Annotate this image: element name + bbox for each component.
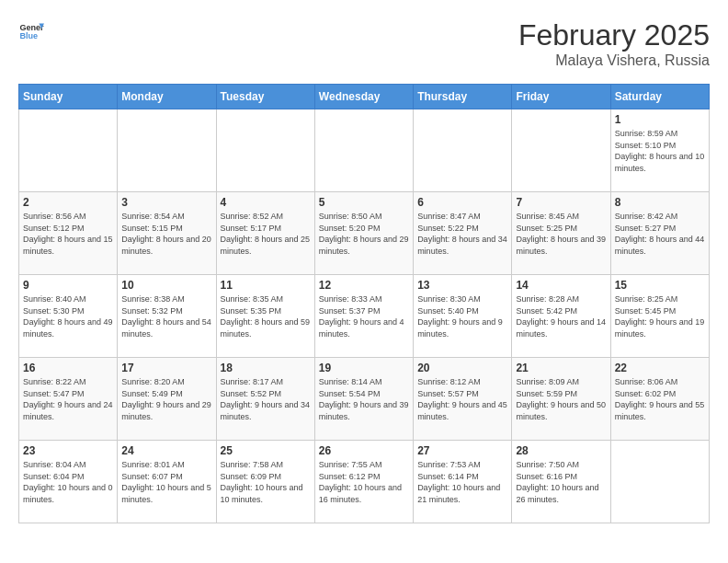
day-info: Sunrise: 8:35 AM Sunset: 5:35 PM Dayligh… [221,293,311,339]
day-info: Sunrise: 7:53 AM Sunset: 6:14 PM Dayligh… [417,459,507,505]
calendar-day [314,109,413,192]
day-info: Sunrise: 8:17 AM Sunset: 5:52 PM Dayligh… [221,376,311,422]
title-block: February 2025 Malaya Vishera, Russia [518,18,710,69]
day-info: Sunrise: 8:06 AM Sunset: 6:02 PM Dayligh… [615,376,705,422]
calendar-day: 23Sunrise: 8:04 AM Sunset: 6:04 PM Dayli… [19,441,118,523]
header-day-sunday: Sunday [19,85,118,109]
calendar-day: 17Sunrise: 8:20 AM Sunset: 5:49 PM Dayli… [118,358,216,441]
day-info: Sunrise: 8:20 AM Sunset: 5:49 PM Dayligh… [121,376,211,422]
calendar-day: 4Sunrise: 8:52 AM Sunset: 5:17 PM Daylig… [216,192,314,275]
day-number: 26 [319,444,409,457]
calendar-day: 1Sunrise: 8:59 AM Sunset: 5:10 PM Daylig… [610,109,709,192]
day-number: 22 [615,362,705,374]
calendar-week-5: 23Sunrise: 8:04 AM Sunset: 6:04 PM Dayli… [19,441,710,523]
logo-icon: General Blue [18,18,44,44]
day-info: Sunrise: 8:22 AM Sunset: 5:47 PM Dayligh… [23,376,113,422]
day-info: Sunrise: 8:56 AM Sunset: 5:12 PM Dayligh… [23,211,113,257]
calendar-day: 25Sunrise: 7:58 AM Sunset: 6:09 PM Dayli… [216,441,314,523]
day-number: 15 [615,279,705,292]
day-info: Sunrise: 8:33 AM Sunset: 5:37 PM Dayligh… [319,293,409,339]
day-number: 17 [121,362,211,374]
calendar-day: 15Sunrise: 8:25 AM Sunset: 5:45 PM Dayli… [610,275,709,358]
calendar-week-2: 2Sunrise: 8:56 AM Sunset: 5:12 PM Daylig… [19,192,710,275]
calendar-day: 12Sunrise: 8:33 AM Sunset: 5:37 PM Dayli… [314,275,413,358]
day-number: 4 [221,196,311,209]
day-info: Sunrise: 8:30 AM Sunset: 5:40 PM Dayligh… [417,293,507,339]
day-number: 27 [417,444,507,457]
day-number: 3 [121,196,211,209]
day-number: 19 [319,362,409,374]
calendar-day: 21Sunrise: 8:09 AM Sunset: 5:59 PM Dayli… [512,358,610,441]
calendar-day: 27Sunrise: 7:53 AM Sunset: 6:14 PM Dayli… [414,441,512,523]
day-number: 21 [516,362,606,374]
calendar-day: 19Sunrise: 8:14 AM Sunset: 5:54 PM Dayli… [314,358,413,441]
calendar-day [19,109,118,192]
day-number: 23 [23,444,113,457]
day-info: Sunrise: 8:40 AM Sunset: 5:30 PM Dayligh… [23,293,113,339]
calendar-day: 22Sunrise: 8:06 AM Sunset: 6:02 PM Dayli… [610,358,709,441]
calendar-day: 16Sunrise: 8:22 AM Sunset: 5:47 PM Dayli… [19,358,118,441]
calendar-day: 5Sunrise: 8:50 AM Sunset: 5:20 PM Daylig… [314,192,413,275]
day-number: 1 [615,113,705,126]
calendar-day: 14Sunrise: 8:28 AM Sunset: 5:42 PM Dayli… [512,275,610,358]
day-number: 5 [319,196,409,209]
day-number: 6 [417,196,507,209]
day-info: Sunrise: 8:12 AM Sunset: 5:57 PM Dayligh… [417,376,507,422]
page-header: General Blue February 2025 Malaya Visher… [18,18,710,69]
calendar-day [512,109,610,192]
calendar-day [414,109,512,192]
day-info: Sunrise: 8:47 AM Sunset: 5:22 PM Dayligh… [417,211,507,257]
calendar-day: 26Sunrise: 7:55 AM Sunset: 6:12 PM Dayli… [314,441,413,523]
day-info: Sunrise: 8:14 AM Sunset: 5:54 PM Dayligh… [319,376,409,422]
day-info: Sunrise: 8:50 AM Sunset: 5:20 PM Dayligh… [319,211,409,257]
day-number: 9 [23,279,113,292]
header-day-thursday: Thursday [414,85,512,109]
day-info: Sunrise: 8:42 AM Sunset: 5:27 PM Dayligh… [615,211,705,257]
calendar-week-4: 16Sunrise: 8:22 AM Sunset: 5:47 PM Dayli… [19,358,710,441]
calendar-day: 7Sunrise: 8:45 AM Sunset: 5:25 PM Daylig… [512,192,610,275]
day-info: Sunrise: 8:25 AM Sunset: 5:45 PM Dayligh… [615,293,705,339]
day-info: Sunrise: 8:38 AM Sunset: 5:32 PM Dayligh… [121,293,211,339]
day-number: 11 [221,279,311,292]
calendar-day: 28Sunrise: 7:50 AM Sunset: 6:16 PM Dayli… [512,441,610,523]
day-number: 10 [121,279,211,292]
day-info: Sunrise: 7:50 AM Sunset: 6:16 PM Dayligh… [516,459,606,505]
calendar-day: 11Sunrise: 8:35 AM Sunset: 5:35 PM Dayli… [216,275,314,358]
calendar-day: 10Sunrise: 8:38 AM Sunset: 5:32 PM Dayli… [118,275,216,358]
calendar-day: 13Sunrise: 8:30 AM Sunset: 5:40 PM Dayli… [414,275,512,358]
calendar-day: 6Sunrise: 8:47 AM Sunset: 5:22 PM Daylig… [414,192,512,275]
day-info: Sunrise: 8:09 AM Sunset: 5:59 PM Dayligh… [516,376,606,422]
day-info: Sunrise: 8:59 AM Sunset: 5:10 PM Dayligh… [615,128,705,174]
day-number: 7 [516,196,606,209]
day-info: Sunrise: 8:28 AM Sunset: 5:42 PM Dayligh… [516,293,606,339]
month-title: February 2025 [518,18,710,52]
calendar-week-1: 1Sunrise: 8:59 AM Sunset: 5:10 PM Daylig… [19,109,710,192]
location: Malaya Vishera, Russia [518,52,710,69]
header-day-friday: Friday [512,85,610,109]
day-info: Sunrise: 8:52 AM Sunset: 5:17 PM Dayligh… [221,211,311,257]
calendar-day: 8Sunrise: 8:42 AM Sunset: 5:27 PM Daylig… [610,192,709,275]
calendar-day [610,441,709,523]
header-day-saturday: Saturday [610,85,709,109]
calendar-day: 2Sunrise: 8:56 AM Sunset: 5:12 PM Daylig… [19,192,118,275]
calendar-day: 9Sunrise: 8:40 AM Sunset: 5:30 PM Daylig… [19,275,118,358]
day-number: 16 [23,362,113,374]
calendar-day: 20Sunrise: 8:12 AM Sunset: 5:57 PM Dayli… [414,358,512,441]
day-number: 20 [417,362,507,374]
header-day-tuesday: Tuesday [216,85,314,109]
svg-text:Blue: Blue [19,31,38,40]
header-day-monday: Monday [118,85,216,109]
day-number: 12 [319,279,409,292]
day-number: 14 [516,279,606,292]
day-info: Sunrise: 8:01 AM Sunset: 6:07 PM Dayligh… [121,459,211,505]
day-info: Sunrise: 7:58 AM Sunset: 6:09 PM Dayligh… [221,459,311,505]
calendar-header-row: SundayMondayTuesdayWednesdayThursdayFrid… [19,85,710,109]
day-info: Sunrise: 8:04 AM Sunset: 6:04 PM Dayligh… [23,459,113,505]
header-day-wednesday: Wednesday [314,85,413,109]
day-number: 13 [417,279,507,292]
calendar-day [216,109,314,192]
calendar-day: 24Sunrise: 8:01 AM Sunset: 6:07 PM Dayli… [118,441,216,523]
day-info: Sunrise: 8:54 AM Sunset: 5:15 PM Dayligh… [121,211,211,257]
day-info: Sunrise: 7:55 AM Sunset: 6:12 PM Dayligh… [319,459,409,505]
calendar-table: SundayMondayTuesdayWednesdayThursdayFrid… [18,84,710,523]
